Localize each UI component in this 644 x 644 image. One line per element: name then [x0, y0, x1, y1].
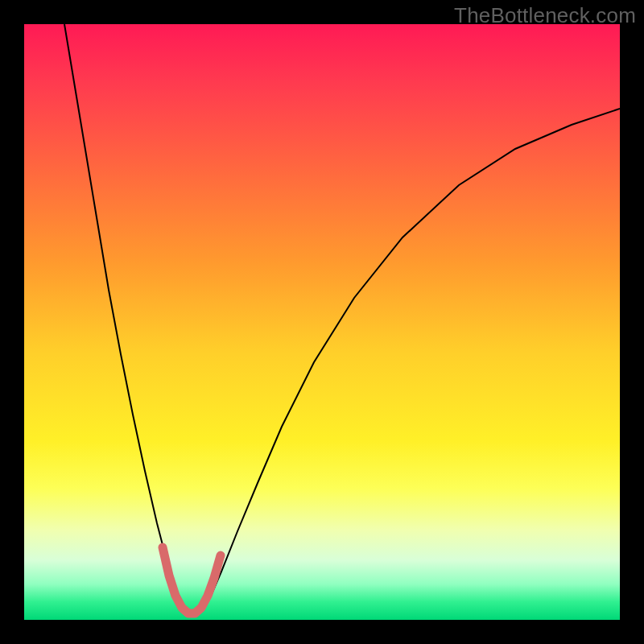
- valley-highlight: [163, 547, 221, 613]
- watermark-text: TheBottleneck.com: [454, 3, 636, 28]
- bottleneck-curve: [64, 24, 620, 616]
- chart-svg: [24, 24, 620, 620]
- chart-frame: [24, 24, 620, 620]
